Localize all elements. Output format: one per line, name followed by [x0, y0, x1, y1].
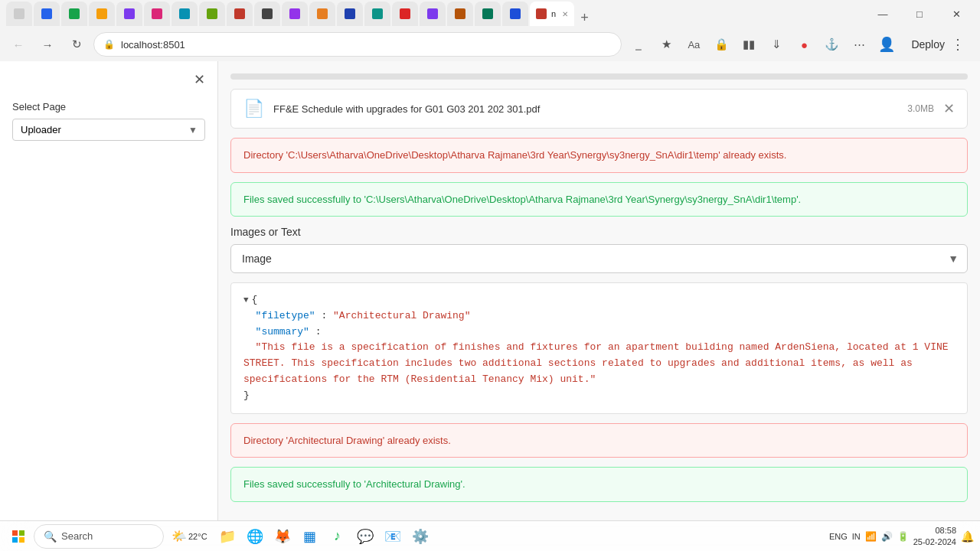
battery-icon: 🔋 — [897, 531, 909, 542]
tab-10[interactable] — [254, 2, 280, 26]
tab-favicon-4 — [96, 8, 107, 19]
directory-warning-alert: Directory 'C:\Users\Atharva\OneDrive\Des… — [230, 138, 968, 173]
images-or-text-label: Images or Text — [230, 226, 968, 238]
new-tab-button[interactable]: + — [576, 10, 593, 26]
extensions-button[interactable]: ⎯ — [626, 32, 651, 57]
tab-11[interactable] — [282, 2, 308, 26]
taskbar: 🔍 Search 🌤️ 22°C 📁 🌐 🦊 ▦ ♪ 💬 📧 ⚙️ ENG IN… — [0, 520, 980, 551]
tab-list: n ✕ + — [6, 2, 862, 26]
taskbar-app6-icon[interactable]: 📧 — [381, 524, 405, 549]
favorites-button[interactable]: ★ — [654, 32, 678, 57]
tab-13[interactable] — [337, 2, 363, 26]
tab-favicon-18 — [482, 8, 493, 19]
tab-7[interactable] — [172, 2, 198, 26]
images-text-dropdown[interactable]: Image Text — [230, 244, 968, 273]
restore-button[interactable]: □ — [902, 0, 937, 28]
taskbar-firefox-icon[interactable]: 🦊 — [270, 524, 295, 549]
browser-action-button[interactable]: ⚓ — [819, 32, 844, 57]
tab-9[interactable] — [227, 2, 253, 26]
more-tools-button[interactable]: ⋯ — [847, 32, 871, 57]
json-close-brace: } — [243, 390, 250, 401]
images-text-dropdown-container: Image Text ▼ — [230, 244, 968, 273]
tab-18[interactable] — [475, 2, 501, 26]
taskbar-file-explorer-icon[interactable]: 📁 — [215, 524, 240, 549]
forward-button[interactable]: → — [35, 32, 60, 57]
tab-favicon-9 — [234, 8, 245, 19]
page-select[interactable]: Uploader — [12, 119, 205, 141]
json-toggle-button[interactable]: ▼ — [243, 295, 249, 305]
taskbar-app7-icon[interactable]: ⚙️ — [408, 524, 433, 549]
svg-rect-0 — [12, 530, 18, 536]
split-screen-button[interactable]: ▮▮ — [737, 32, 761, 57]
taskbar-edge-icon[interactable]: 🌐 — [243, 524, 267, 549]
notification-icon[interactable]: 🔔 — [961, 530, 974, 543]
taskbar-app5-icon[interactable]: 💬 — [353, 524, 377, 549]
taskbar-search-box[interactable]: 🔍 Search — [34, 524, 164, 549]
tab-16[interactable] — [420, 2, 446, 26]
address-bar[interactable]: 🔒 localhost:8501 — [93, 32, 622, 57]
taskbar-vscode-icon[interactable]: ▦ — [298, 524, 322, 549]
select-page-label: Select Page — [12, 101, 205, 112]
json-summary-key: "summary" — [256, 326, 309, 337]
tab-17[interactable] — [447, 2, 473, 26]
deploy-button[interactable]: Deploy — [911, 38, 945, 51]
tab-14[interactable] — [364, 2, 390, 26]
tab-15[interactable] — [392, 2, 418, 26]
tab-19[interactable] — [502, 2, 528, 26]
tab-8[interactable] — [199, 2, 225, 26]
tab-favicon-3 — [69, 8, 80, 19]
taskbar-search-label: Search — [61, 530, 93, 542]
arch-success-text: Files saved successfully to 'Architectur… — [243, 478, 466, 490]
tab-favicon-17 — [455, 8, 466, 19]
taskbar-spotify-icon[interactable]: ♪ — [325, 524, 350, 549]
tab-favicon-12 — [317, 8, 328, 19]
main-layout: ✕ Select Page Uploader ▼ 📄 FF&E Schedule… — [0, 61, 980, 520]
file-explorer-icon: 📁 — [219, 528, 236, 545]
read-aloud-button[interactable]: Aa — [681, 32, 706, 57]
tab-favicon-19 — [510, 8, 521, 19]
tab-favicon-16 — [427, 8, 438, 19]
tab-12[interactable] — [309, 2, 335, 26]
file-remove-button[interactable]: ✕ — [943, 100, 955, 117]
tab-2[interactable] — [34, 2, 60, 26]
tab-6[interactable] — [144, 2, 170, 26]
tab-1[interactable] — [6, 2, 32, 26]
close-button[interactable]: ✕ — [939, 0, 974, 28]
start-button[interactable] — [6, 524, 31, 549]
tab-3[interactable] — [61, 2, 87, 26]
menu-dots-button[interactable]: ⋮ — [951, 36, 965, 53]
vscode-icon: ▦ — [303, 528, 316, 545]
profile-button[interactable]: 👤 — [874, 32, 899, 57]
svg-rect-3 — [19, 537, 24, 543]
firefox-icon: 🦊 — [274, 528, 291, 545]
pinterest-button[interactable]: ● — [792, 32, 816, 57]
spotify-icon: ♪ — [334, 528, 341, 544]
lock-icon: 🔒 — [103, 39, 115, 50]
tab-favicon-1 — [14, 8, 24, 19]
edge-icon: 🌐 — [247, 528, 263, 545]
deploy-area: Deploy ⋮ — [902, 36, 974, 53]
svg-rect-2 — [12, 537, 18, 543]
tab-5[interactable] — [116, 2, 142, 26]
download-button[interactable]: ⇓ — [764, 32, 789, 57]
nav-icons: ⎯ ★ Aa 🔒 ▮▮ ⇓ ● ⚓ ⋯ 👤 Deploy ⋮ — [626, 32, 974, 57]
network-icon: 📶 — [865, 531, 877, 542]
svg-rect-1 — [19, 530, 24, 536]
file-pdf-icon: 📄 — [243, 99, 264, 119]
tab-active[interactable]: n ✕ — [530, 2, 574, 26]
title-bar: n ✕ + — □ ✕ — [0, 0, 980, 28]
json-filetype-value: "Architectural Drawing" — [333, 310, 470, 321]
back-button[interactable]: ← — [6, 32, 31, 57]
minimize-button[interactable]: — — [865, 0, 900, 28]
tab-favicon-14 — [372, 8, 383, 19]
tab-close-button[interactable]: ✕ — [562, 10, 568, 18]
tab-active-label: n — [551, 9, 556, 18]
reload-button[interactable]: ↻ — [64, 32, 89, 57]
content-area: 📄 FF&E Schedule with upgrades for G01 G0… — [218, 61, 980, 520]
sidebar-close-button[interactable]: ✕ — [188, 69, 210, 90]
files-saved-alert: Files saved successfully to 'C:\Users\At… — [230, 182, 968, 217]
taskbar-weather-widget[interactable]: 🌤️ 22°C — [167, 524, 212, 549]
tab-4[interactable] — [89, 2, 115, 26]
volume-icon: 🔊 — [881, 531, 893, 542]
browser-essentials-button[interactable]: 🔒 — [709, 32, 733, 57]
